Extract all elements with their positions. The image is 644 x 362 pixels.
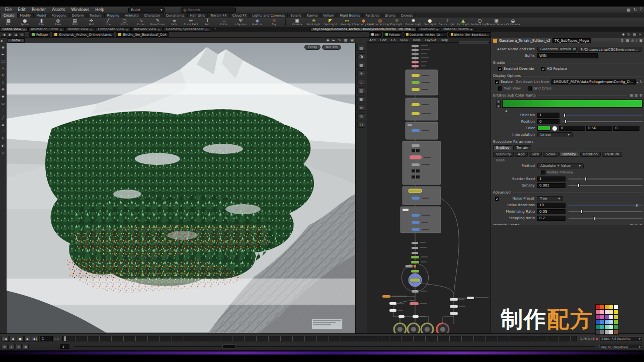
method-dropdown[interactable]: Absolute + Value▾: [537, 163, 584, 168]
stow-icon[interactable]: ▤: [633, 33, 636, 37]
wireframe-icon[interactable]: ▦: [357, 62, 365, 68]
param-external-icon[interactable]: ▣: [639, 39, 642, 43]
normals-icon[interactable]: ⊥: [357, 79, 365, 85]
shelf-tool[interactable]: ✺ Distant Light: [405, 19, 422, 26]
shelf-tab[interactable]: Rigid Bodies: [337, 13, 363, 18]
eco-subtab[interactable]: Age: [515, 152, 528, 157]
pointer-icon[interactable]: ►: [332, 38, 335, 42]
jump-start-button[interactable]: |◀: [2, 336, 9, 342]
fullscreen-icon[interactable]: ⊡: [357, 122, 365, 128]
color-wheel-icon[interactable]: [552, 126, 557, 131]
relax-slider[interactable]: [569, 203, 642, 208]
shelf-tab[interactable]: Rigging: [105, 13, 123, 18]
eco-subtab[interactable]: Visibility: [493, 152, 514, 157]
network-menu-item[interactable]: View: [398, 38, 410, 42]
scale-tool-icon[interactable]: ▫: [1, 80, 6, 85]
shelf-tool[interactable]: ╱ Line: [100, 19, 116, 26]
frame-step-forward-icon[interactable]: ▷: [57, 337, 60, 340]
eco-subtab[interactable]: Size: [529, 152, 542, 157]
select-points-icon[interactable]: ∴: [1, 108, 6, 113]
chevron-down-icon[interactable]: ▾: [637, 80, 638, 84]
forward-icon[interactable]: ▶: [8, 32, 13, 37]
suffix-field[interactable]: WIN: [537, 53, 598, 58]
shelf-tab[interactable]: Polygons: [49, 13, 69, 18]
relax-field[interactable]: 10: [537, 203, 566, 208]
add-pane-tab-button[interactable]: +: [214, 27, 217, 31]
shelf-tab[interactable]: Character: [141, 13, 163, 18]
shelf-tab[interactable]: Lights and Cameras: [250, 13, 288, 18]
close-icon[interactable]: ×: [126, 28, 128, 31]
menu-item[interactable]: Windows: [68, 8, 92, 12]
minimizing-slider[interactable]: [569, 209, 642, 214]
grid-cross-checkbox[interactable]: [528, 86, 532, 90]
auto-key-icon[interactable]: ●: [596, 337, 598, 340]
shelf-tab[interactable]: Cloud FX: [230, 13, 250, 18]
lighting-icon[interactable]: ☀: [357, 70, 365, 76]
param-info-icon[interactable]: i: [636, 39, 637, 43]
menu-item[interactable]: Help: [92, 8, 107, 12]
node-name[interactable]: Gaeaterra_Terrain_Edition_v2: [499, 39, 550, 43]
ramp-presets-icon[interactable]: ▤: [629, 223, 633, 225]
anim-options-icon[interactable]: ⚙: [23, 344, 29, 349]
eco-subtab[interactable]: Density: [559, 152, 579, 157]
desktop-selector[interactable]: Build ▾: [128, 8, 165, 13]
point-slider[interactable]: [562, 113, 642, 118]
select-tool-icon[interactable]: ►: [1, 52, 6, 57]
ramp-marker[interactable]: ▲: [505, 109, 508, 112]
network-menu-item[interactable]: Edit: [378, 38, 389, 42]
ramp-copy-icon[interactable]: ▥: [634, 94, 638, 98]
pane-tab[interactable]: Geometry Spreadsheet×: [163, 27, 210, 32]
shelf-tool[interactable]: ✛ Null: [83, 19, 100, 26]
shelf-tool[interactable]: ○ Ambient Light: [471, 19, 488, 26]
pin-icon[interactable]: ✚: [622, 33, 625, 37]
hd-replace-checkbox[interactable]: ✔: [541, 67, 545, 71]
close-icon[interactable]: ×: [157, 28, 160, 31]
noise-preset-dropdown[interactable]: Tree▾: [537, 196, 563, 201]
shelf-tool[interactable]: ◒ VR Camera: [505, 19, 521, 26]
density-field[interactable]: 0.001: [537, 183, 566, 188]
scatter-seed-slider[interactable]: [569, 176, 642, 182]
ramp-copy-icon[interactable]: ▥: [634, 223, 638, 225]
display-enable-checkbox[interactable]: ✔: [495, 80, 499, 84]
help-icon[interactable]: ?: [640, 8, 642, 12]
pose-tool-icon[interactable]: ✚: [1, 87, 6, 92]
asset-list-field[interactable]: $MOUNT_PATH/data/FoliageImportConfig_Ork…: [551, 79, 636, 84]
ramp-gear-icon[interactable]: ⚙: [639, 94, 642, 98]
shelf-tab[interactable]: Texture: [87, 13, 105, 18]
snap-mode-icon[interactable]: ◆: [1, 94, 6, 99]
scatter-seed-field[interactable]: 1: [537, 176, 566, 182]
network-menu-item[interactable]: Layout: [423, 38, 438, 42]
shelf-tab[interactable]: Karma: [304, 13, 320, 18]
advanced-enable-checkbox[interactable]: ✔: [495, 197, 499, 201]
shelf-tool[interactable]: ∿ Curve: [133, 19, 149, 26]
shelf-tab[interactable]: Model: [34, 13, 49, 18]
asset-tab-1[interactable]: Gaeaterra Terrain Trees: [537, 47, 577, 52]
menu-item[interactable]: Render: [29, 8, 49, 12]
breadcrumb-item[interactable]: Birche_3m_BoardLeaf_Oak: [448, 32, 491, 37]
shelf-tab[interactable]: Deform: [69, 13, 87, 18]
range-start-field[interactable]: 1: [60, 344, 69, 349]
ramp-gear-icon[interactable]: ⚙: [639, 223, 642, 225]
shelf-tool[interactable]: ◎ Torus: [50, 19, 66, 26]
network-canvas[interactable]: [367, 43, 491, 333]
pane-tab[interactable]: Scene View×: [0, 27, 28, 32]
shelf-tab[interactable]: Grains: [382, 13, 398, 18]
color-g-field[interactable]: 0.56: [586, 126, 612, 131]
camera-select-button[interactable]: NoCam: [322, 45, 341, 50]
camera-lock-icon[interactable]: ▣: [357, 96, 365, 102]
network-menu-item[interactable]: Help: [439, 38, 450, 42]
shelf-tool[interactable]: ◆ Material: [249, 19, 266, 26]
shelf-tab[interactable]: Constraints: [164, 13, 188, 18]
playback-range-slider[interactable]: [74, 344, 595, 348]
shelf-tool[interactable]: ● Sun Light: [422, 19, 438, 26]
breadcrumb-item[interactable]: Birche_3m_BoardLeaf_Oak: [116, 32, 169, 37]
shelf-tool[interactable]: ▦ Box: [0, 19, 17, 26]
asset-tab-2[interactable]: F:/Chuangyang/CG0Environment/FLS_x_Terr_…: [578, 47, 641, 52]
fps-dropdown[interactable]: 24fps, F/S Realtime▾: [599, 336, 642, 341]
back-icon[interactable]: ◀: [2, 32, 7, 37]
shelf-tool[interactable]: ☼ Sky Light: [388, 19, 405, 26]
shelf-tab[interactable]: Solaris: [288, 13, 304, 18]
maximize-icon[interactable]: ▣: [350, 38, 354, 42]
shelf-tab[interactable]: Particles: [363, 13, 382, 18]
pane-tab[interactable]: Animation Editor×: [28, 27, 64, 32]
